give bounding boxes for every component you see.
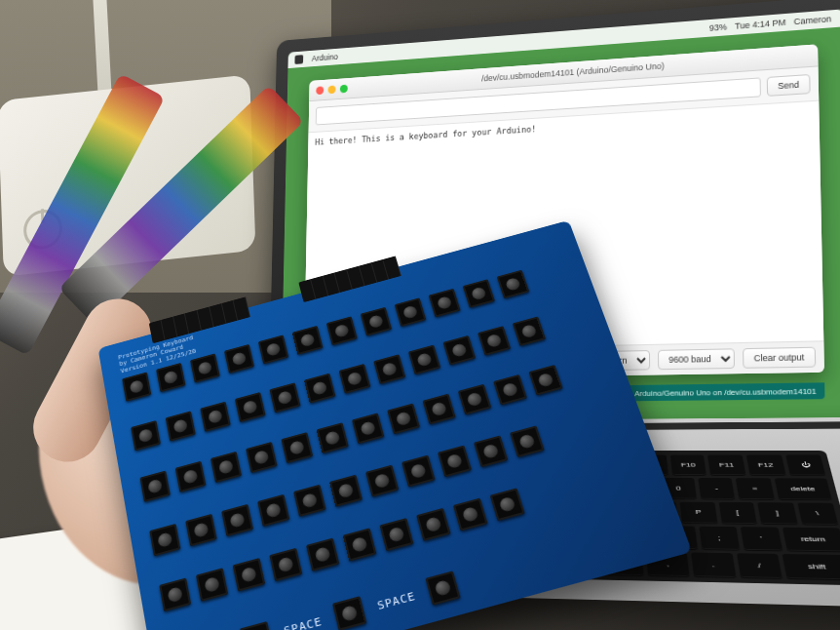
key-/[interactable]: / bbox=[737, 553, 783, 577]
tactile-switch[interactable] bbox=[387, 404, 420, 435]
tactile-switch[interactable] bbox=[156, 363, 185, 392]
tactile-switch[interactable] bbox=[373, 354, 405, 384]
tactile-switch[interactable] bbox=[513, 317, 546, 346]
tactile-switch[interactable] bbox=[131, 420, 161, 451]
key-\[interactable]: \ bbox=[797, 502, 838, 525]
tactile-switch[interactable] bbox=[269, 548, 302, 581]
battery-percent: 93% bbox=[709, 22, 727, 33]
tactile-switch[interactable] bbox=[175, 461, 207, 492]
tactile-switch[interactable] bbox=[257, 493, 289, 526]
tactile-switch[interactable] bbox=[401, 454, 436, 487]
tactile-switch[interactable] bbox=[443, 335, 477, 366]
apple-icon[interactable] bbox=[294, 55, 303, 64]
tactile-switch[interactable] bbox=[529, 365, 563, 396]
tactile-switch[interactable] bbox=[339, 364, 371, 394]
key-;[interactable]: ; bbox=[699, 527, 740, 550]
tactile-switch[interactable] bbox=[282, 432, 314, 463]
baud-select[interactable]: 9600 baud bbox=[658, 348, 735, 370]
space-label: SPACE bbox=[376, 589, 417, 611]
wifi-router bbox=[0, 74, 255, 277]
key-shift[interactable]: shift bbox=[783, 554, 840, 579]
tactile-switch[interactable] bbox=[352, 413, 384, 445]
tactile-switch[interactable] bbox=[159, 577, 191, 611]
tactile-switch[interactable] bbox=[497, 270, 530, 299]
tactile-switch[interactable] bbox=[395, 297, 427, 327]
tactile-switch[interactable] bbox=[224, 344, 254, 374]
tactile-switch[interactable] bbox=[326, 316, 358, 345]
tactile-switch[interactable] bbox=[221, 503, 253, 535]
tactile-switch[interactable] bbox=[166, 412, 196, 442]
key-f11[interactable]: F11 bbox=[707, 454, 745, 474]
send-button[interactable]: Send bbox=[767, 74, 811, 97]
tactile-switch[interactable] bbox=[453, 497, 488, 531]
tactile-switch[interactable] bbox=[463, 279, 495, 308]
tactile-switch[interactable] bbox=[190, 353, 220, 382]
key-f10[interactable]: F10 bbox=[670, 455, 707, 475]
tactile-switch[interactable] bbox=[510, 425, 545, 457]
tactile-switch[interactable] bbox=[493, 374, 527, 406]
key-][interactable]: ] bbox=[757, 502, 797, 525]
tactile-switch[interactable] bbox=[343, 528, 377, 561]
key-p[interactable]: P bbox=[680, 501, 717, 524]
tactile-switch[interactable] bbox=[149, 524, 180, 557]
user-name[interactable]: Cameron bbox=[794, 14, 832, 26]
tactile-switch[interactable] bbox=[139, 471, 170, 502]
key-.[interactable]: . bbox=[691, 553, 736, 577]
clear-output-button[interactable]: Clear output bbox=[743, 347, 816, 369]
tactile-switch[interactable] bbox=[438, 445, 472, 477]
tactile-switch[interactable] bbox=[458, 384, 491, 415]
tactile-switch[interactable] bbox=[474, 435, 508, 467]
tactile-switch[interactable] bbox=[306, 537, 339, 571]
zoom-icon[interactable] bbox=[340, 84, 348, 93]
tactile-switch[interactable] bbox=[423, 394, 456, 425]
tactile-switch[interactable] bbox=[200, 402, 230, 432]
photo-scene: Arduino 93% Tue 4:14 PM Cameron /dev/cu.… bbox=[0, 0, 840, 630]
tactile-switch[interactable] bbox=[332, 596, 366, 630]
tactile-switch[interactable] bbox=[235, 392, 266, 422]
key-'[interactable]: ' bbox=[741, 528, 783, 551]
key-delete[interactable]: delete bbox=[775, 478, 832, 499]
key-return[interactable]: return bbox=[783, 528, 840, 552]
clock: Tue 4:14 PM bbox=[735, 18, 785, 31]
key-[[interactable]: [ bbox=[718, 502, 757, 525]
tactile-switch[interactable] bbox=[329, 474, 363, 506]
tactile-switch[interactable] bbox=[258, 335, 288, 364]
tactile-switch[interactable] bbox=[477, 326, 511, 356]
tactile-switch[interactable] bbox=[361, 307, 392, 336]
tactile-switch[interactable] bbox=[122, 372, 151, 401]
tactile-switch[interactable] bbox=[185, 513, 217, 545]
tactile-switch[interactable] bbox=[293, 484, 326, 516]
tactile-switch[interactable] bbox=[240, 621, 273, 630]
minimize-icon[interactable] bbox=[328, 85, 336, 94]
tactile-switch[interactable] bbox=[408, 345, 440, 375]
app-name[interactable]: Arduino bbox=[312, 52, 338, 62]
key-f12[interactable]: F12 bbox=[746, 454, 785, 475]
tactile-switch[interactable] bbox=[210, 452, 242, 483]
tactile-switch[interactable] bbox=[269, 382, 300, 413]
tactile-switch[interactable] bbox=[292, 326, 324, 355]
tactile-switch[interactable] bbox=[365, 464, 399, 496]
tactile-switch[interactable] bbox=[233, 558, 266, 592]
key--[interactable]: - bbox=[698, 478, 735, 498]
tactile-switch[interactable] bbox=[304, 374, 335, 404]
power-icon bbox=[23, 208, 63, 251]
key-⏻[interactable]: ⏻ bbox=[785, 454, 825, 475]
tactile-switch[interactable] bbox=[196, 568, 228, 602]
tactile-switch[interactable] bbox=[426, 571, 461, 605]
tactile-switch[interactable] bbox=[429, 289, 461, 318]
tactile-switch[interactable] bbox=[246, 442, 277, 473]
close-icon[interactable] bbox=[316, 86, 324, 95]
key-=[interactable]: = bbox=[736, 478, 774, 499]
tactile-switch[interactable] bbox=[379, 518, 413, 551]
tactile-switch[interactable] bbox=[490, 488, 525, 521]
tactile-switch[interactable] bbox=[317, 423, 349, 454]
tactile-switch[interactable] bbox=[416, 508, 450, 541]
space-label: SPACE bbox=[283, 614, 324, 630]
